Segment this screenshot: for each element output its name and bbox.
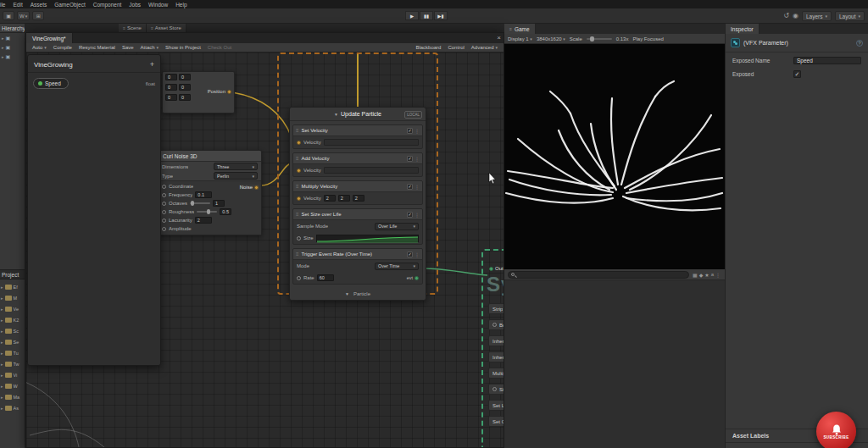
resolution-dropdown[interactable]: 3840x1620 ▾ (537, 36, 565, 41)
project-folder[interactable]: ▸Ma (0, 391, 25, 402)
number-field[interactable]: 0 (165, 84, 177, 91)
block-row[interactable]: Bounds (488, 319, 504, 330)
curl-noise-title[interactable]: Curl Noise 3D (159, 151, 261, 162)
menu-jobs[interactable]: Jobs (129, 2, 141, 8)
menu-component[interactable]: Component (93, 2, 122, 8)
dropdown-dimensions[interactable]: Three▾ (214, 163, 258, 170)
number-field[interactable]: 2 (195, 217, 212, 224)
layout-dropdown[interactable]: Layout▾ (835, 11, 865, 21)
search-input[interactable] (508, 271, 689, 279)
position-node[interactable]: 000000 Position (162, 71, 235, 113)
event-output-port[interactable]: evt (407, 275, 419, 280)
display-dropdown[interactable]: Display 1 ▾ (508, 36, 532, 41)
update-particle-context[interactable]: ▼ Update Particle LOCAL ≡Set Velocity✓⋮V… (289, 107, 426, 301)
tab-inspector[interactable]: Inspector (726, 24, 760, 34)
block-enabled-checkbox[interactable]: ✓ (407, 184, 413, 190)
more-icon[interactable]: ⋮ (415, 252, 420, 257)
vfx-block-set-velocity[interactable]: ≡Set Velocity✓⋮Velocity (292, 124, 423, 149)
tab-asset-store[interactable]: ≡Asset Store (147, 24, 186, 32)
browser-icon-4[interactable]: ⋮ (715, 272, 721, 278)
slider-octaves[interactable] (190, 202, 210, 204)
number-field[interactable]: 2 (353, 195, 364, 202)
input-port-icon[interactable] (162, 193, 166, 197)
step-button[interactable]: ▶▮ (434, 11, 448, 20)
block-header[interactable]: ≡Add Velocity✓⋮ (293, 153, 422, 164)
curl-noise-node[interactable]: Curl Noise 3D DimensionsThree▾TypePerlin… (158, 150, 262, 235)
output-context-flow-port[interactable]: Out (489, 266, 504, 271)
input-port-icon[interactable] (297, 169, 301, 173)
vfx-toolbar-resync-material[interactable]: Resync Material (75, 43, 119, 53)
tab-vinegrowing[interactable]: VineGrowing* (26, 33, 73, 43)
position-output-port[interactable]: Position (208, 89, 231, 94)
vfx-block-trigger-event-rate-over-time[interactable]: ≡Trigger Event Rate (Over Time)✓⋮ModeOve… (292, 248, 423, 285)
number-field[interactable]: 0 (165, 94, 177, 101)
parameter-row[interactable]: Speed float (33, 78, 155, 89)
number-field[interactable]: 1 (213, 200, 225, 207)
parameter-pill[interactable]: Speed (33, 78, 69, 89)
block-row[interactable]: Set Lifetim (488, 400, 504, 411)
vfx-toolbar-advanced[interactable]: Advanced▾ (468, 43, 501, 53)
block-row[interactable]: Inherit So (488, 351, 504, 362)
block-enabled-checkbox[interactable]: ✓ (407, 212, 413, 218)
number-field[interactable]: 0.1 (195, 191, 212, 198)
block-header[interactable]: ≡Set Size over Life✓⋮ (293, 209, 422, 220)
hierarchy-item[interactable]: ▸▣ (0, 33, 25, 42)
play-button[interactable]: ▶ (405, 11, 419, 20)
slider-roughness[interactable] (197, 211, 217, 213)
output-port-icon[interactable] (227, 90, 231, 94)
curve-field[interactable] (316, 235, 419, 242)
block-row[interactable]: Multiply Si (488, 368, 504, 379)
scale-slider[interactable] (587, 38, 612, 40)
project-folder[interactable]: ▸M (0, 292, 25, 303)
slider-knob[interactable] (207, 209, 210, 214)
menu-gameobject[interactable]: GameObject (54, 2, 86, 8)
number-field[interactable]: 0 (179, 94, 191, 101)
vfx-toolbar-compile[interactable]: Compile (50, 43, 75, 53)
add-parameter-button[interactable]: + (150, 60, 154, 69)
block-row[interactable]: Size (488, 384, 504, 395)
project-folder[interactable]: ▸Vi (0, 369, 25, 380)
vfx-toolbar-show-in-project[interactable]: Show in Project (162, 43, 204, 53)
hierarchy-item[interactable]: ▸▣ (0, 42, 25, 52)
project-folder[interactable]: ▸W (0, 380, 25, 391)
block-header[interactable]: ≡Multiply Velocity✓⋮ (293, 181, 422, 192)
menu-help[interactable]: Help (175, 2, 186, 8)
project-folder[interactable]: ▸Tu (0, 347, 25, 358)
exposed-name-input[interactable]: Speed (793, 57, 861, 64)
layers-dropdown[interactable]: Layers▾ (802, 11, 832, 21)
play-mode-dropdown[interactable]: Play Focused (632, 36, 663, 41)
input-port-icon[interactable] (297, 196, 301, 201)
number-field[interactable]: 0 (179, 84, 191, 91)
input-port-icon[interactable] (162, 227, 166, 231)
block-header[interactable]: ≡Set Velocity✓⋮ (293, 125, 422, 136)
block-row[interactable]: Inherit So (488, 335, 504, 346)
more-icon[interactable]: ⋮ (415, 184, 420, 190)
vfx-toolbar-save[interactable]: Save (119, 43, 137, 53)
vfx-block-set-size-over-life[interactable]: ≡Set Size over Life✓⋮Sample ModeOver Lif… (292, 208, 423, 245)
dropdown-type[interactable]: Perlin▾ (214, 172, 258, 180)
input-port-icon[interactable] (492, 387, 497, 391)
input-port-icon[interactable] (162, 202, 166, 206)
block-row[interactable]: Set Color (488, 416, 504, 427)
noise-output-port[interactable]: Noise (239, 185, 259, 190)
value-field[interactable] (324, 167, 419, 174)
browser-icon-2[interactable]: ★ (704, 272, 709, 278)
tab-scene[interactable]: ≡Scene (119, 24, 147, 32)
particle-flow-anchor[interactable]: ▼ Particle (290, 288, 426, 300)
project-folder[interactable]: ▸Sc (0, 325, 25, 336)
input-port-icon[interactable] (492, 323, 497, 327)
tab-game[interactable]: ≡Game (504, 24, 536, 34)
number-field[interactable]: 2 (324, 195, 336, 202)
vfx-block-add-velocity[interactable]: ≡Add Velocity✓⋮Velocity (292, 152, 423, 177)
browser-icon-1[interactable]: ◆ (698, 272, 704, 278)
grid-tool-button[interactable]: ⊞ (32, 11, 44, 20)
input-port-icon[interactable] (297, 141, 301, 145)
output-port-icon[interactable] (415, 276, 419, 280)
tab-project[interactable]: Project (0, 269, 25, 279)
number-field[interactable]: 2 (338, 195, 350, 202)
vfx-graph-canvas[interactable]: Out System StripBoundsInherit SoInherit … (26, 53, 504, 448)
block-enabled-checkbox[interactable]: ✓ (407, 156, 413, 162)
slider-knob[interactable] (191, 201, 194, 206)
vfx-block-multiply-velocity[interactable]: ≡Multiply Velocity✓⋮Velocity222 (292, 180, 423, 205)
update-particle-header[interactable]: ▼ Update Particle LOCAL (290, 108, 426, 121)
